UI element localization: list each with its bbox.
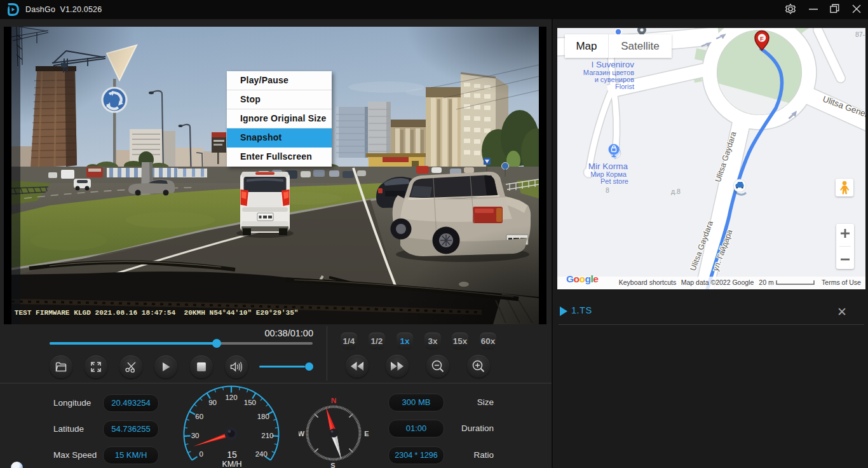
svg-text:Google: Google [566,273,599,284]
svg-text:S: S [330,462,335,468]
svg-text:Keyboard shortcuts: Keyboard shortcuts [619,279,676,286]
svg-text:90: 90 [208,399,217,406]
svg-text:180: 180 [257,413,269,420]
svg-text:0: 0 [199,450,203,458]
svg-text:д.8: д.8 [671,188,681,195]
svg-text:N: N [331,398,337,405]
svg-text:120: 120 [225,394,237,401]
svg-text:8: 8 [606,186,609,194]
svg-text:E: E [364,430,369,437]
svg-text:150: 150 [244,399,256,406]
svg-text:60: 60 [195,413,203,420]
svg-text:15: 15 [227,450,237,460]
svg-text:Map data ©2022 Google: Map data ©2022 Google [681,279,754,286]
svg-text:210: 210 [261,432,273,439]
svg-text:Pet store: Pet store [600,177,628,185]
svg-text:30: 30 [191,432,200,439]
svg-text:87-: 87- [855,31,865,38]
svg-text:Terms of Use: Terms of Use [822,279,861,286]
svg-text:Florist: Florist [615,83,634,90]
svg-text:F: F [760,35,764,42]
svg-text:240: 240 [255,450,268,458]
svg-text:KM/H: KM/H [222,460,241,468]
svg-text:20 m: 20 m [759,279,774,286]
svg-text:W: W [299,430,305,437]
svg-text:Mir Korma: Mir Korma [588,162,628,171]
